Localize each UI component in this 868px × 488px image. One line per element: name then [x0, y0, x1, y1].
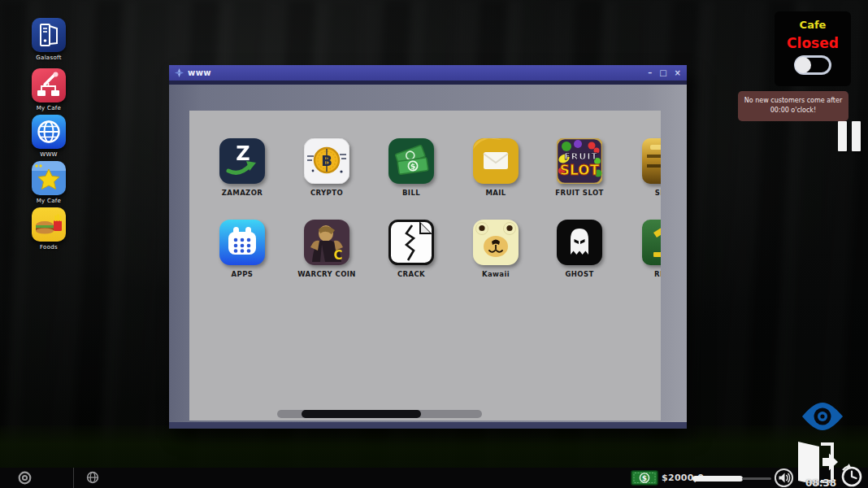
- desktop-icon-www[interactable]: WWW: [20, 115, 78, 158]
- desktop-icon-foods[interactable]: Foods: [20, 207, 78, 251]
- cafe-open-toggle[interactable]: [794, 55, 831, 75]
- desktop-icon-my-cafe-network[interactable]: My Cafe: [20, 68, 78, 111]
- window-frame: Z ZAMAZOR B: [169, 85, 687, 429]
- warcry-coin-icon: C: [304, 220, 349, 265]
- kawaii-bear-icon: [473, 220, 519, 265]
- window-icon: [175, 68, 184, 77]
- burger-fries-icon: [32, 207, 66, 242]
- app-kawaii[interactable]: Kawaii: [454, 220, 538, 278]
- tooltip-line2: 00:00 o'clock!: [770, 107, 816, 114]
- app-label: CRYPTO: [284, 189, 369, 197]
- app-skin[interactable]: SKIN: [623, 138, 661, 197]
- app-fruit-slot[interactable]: FRUIT SLOT FRUIT SLOT: [537, 138, 622, 197]
- desktop-icon-label: My Cafe: [20, 105, 78, 111]
- ground-shadow: [0, 425, 868, 468]
- app-mail[interactable]: MAIL: [454, 138, 538, 197]
- bill-icon: $: [388, 138, 434, 184]
- crack-icon: [388, 220, 434, 265]
- target-icon: [18, 471, 32, 485]
- tooltip-line1: No new customers come after: [744, 97, 842, 104]
- desktop-icon-label: Galasoft: [20, 54, 78, 61]
- taskbar: $ $2000,0: [0, 468, 868, 488]
- window-controls: – □ ×: [648, 69, 681, 77]
- app-warcry-coin[interactable]: C WARCRY COIN: [284, 220, 369, 278]
- app-label: CRACK: [369, 270, 454, 278]
- game-time: 08:38: [805, 477, 836, 488]
- www-window: www – □ × Z ZAMAZOR: [169, 65, 687, 429]
- window-bottom-bar: [169, 422, 687, 429]
- clock-icon: [839, 463, 865, 488]
- app-label: WARCRY COIN: [284, 270, 369, 278]
- cafe-tooltip: No new customers come after 00:00 o'cloc…: [738, 91, 848, 121]
- app-label: SKIN: [623, 189, 661, 197]
- apps-grid-icon: [219, 220, 265, 265]
- eye-icon: [799, 400, 846, 433]
- app-label: FRUIT SLOT: [537, 189, 622, 197]
- svg-text:C: C: [333, 248, 342, 263]
- app-ghost[interactable]: GHOST: [537, 220, 622, 278]
- horizontal-scrollbar-thumb[interactable]: [302, 410, 421, 418]
- app-grid: Z ZAMAZOR B: [189, 111, 661, 420]
- svg-text:FRUIT: FRUIT: [564, 151, 598, 162]
- app-label: Kawaii: [454, 270, 538, 278]
- desktop-icon-label: My Cafe: [20, 198, 78, 204]
- mail-icon: [473, 138, 519, 184]
- app-real[interactable]: REAL: [623, 220, 661, 278]
- star-window-icon: [32, 161, 66, 195]
- cafe-title: Cafe: [775, 19, 851, 31]
- app-label: BILL: [369, 189, 454, 197]
- pause-bar-icon: [838, 121, 847, 151]
- desktop-icon-label: Foods: [20, 244, 78, 251]
- game-screen: Galasoft My Cafe WWW: [0, 0, 868, 488]
- app-crack[interactable]: CRACK: [369, 220, 454, 278]
- globe-small-icon: [86, 471, 99, 484]
- cafe-state-closed: Closed: [775, 35, 851, 51]
- zamazor-icon: Z: [219, 138, 265, 184]
- app-label: GHOST: [537, 270, 622, 278]
- desktop-icon-my-cafe-star[interactable]: My Cafe: [20, 161, 78, 204]
- volume-slider-handle[interactable]: [692, 476, 743, 481]
- taskbar-target-button[interactable]: [18, 471, 32, 488]
- real-estate-icon: [642, 220, 661, 265]
- skip-time-clock-button[interactable]: [839, 463, 865, 488]
- taskbar-globe-button[interactable]: [86, 471, 99, 487]
- maximize-icon[interactable]: □: [659, 69, 666, 77]
- eye-view-button[interactable]: [799, 400, 846, 433]
- window-titlebar[interactable]: www – □ ×: [169, 65, 687, 81]
- app-label: APPS: [200, 270, 284, 278]
- desktop-icon-label: WWW: [20, 151, 78, 158]
- minimize-icon[interactable]: –: [648, 69, 652, 77]
- crypto-icon: B: [304, 138, 349, 184]
- globe-icon: [32, 115, 66, 149]
- app-apps[interactable]: APPS: [200, 220, 284, 278]
- svg-text:SLOT: SLOT: [560, 162, 600, 178]
- fruit-slot-icon: FRUIT SLOT: [557, 138, 602, 184]
- app-label: MAIL: [454, 189, 538, 197]
- cafe-status-panel: Cafe Closed: [775, 11, 851, 86]
- pause-bar-icon: [852, 121, 861, 151]
- desktop-icon-galasoft[interactable]: Galasoft: [20, 18, 78, 61]
- svg-text:$: $: [642, 474, 647, 482]
- app-label: REAL: [623, 270, 661, 278]
- app-bill[interactable]: $ BILL: [369, 138, 454, 197]
- toggle-knob[interactable]: [795, 57, 811, 73]
- pause-button[interactable]: [838, 121, 861, 151]
- close-icon[interactable]: ×: [675, 69, 681, 77]
- horizontal-scrollbar-track[interactable]: [277, 410, 482, 418]
- taskbar-divider: [73, 468, 74, 488]
- app-zamazor[interactable]: Z ZAMAZOR: [200, 138, 284, 197]
- window-title: www: [188, 68, 211, 77]
- app-crypto[interactable]: B CRYPTO: [284, 138, 369, 197]
- volume-slider-track[interactable]: [742, 477, 771, 480]
- pc-tower-icon: [32, 18, 66, 52]
- network-edit-icon: [32, 68, 66, 102]
- app-label: ZAMAZOR: [200, 189, 284, 197]
- money-bill-icon: $: [631, 470, 658, 486]
- ghost-icon: [557, 220, 602, 265]
- skin-crate-icon: [642, 138, 661, 184]
